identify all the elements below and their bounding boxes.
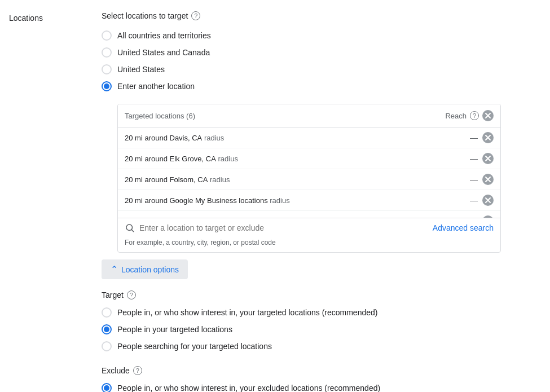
table-row: 20 mi around Roseville, CA radius — xyxy=(118,211,500,218)
target-radio-searching-label: People searching for your targeted locat… xyxy=(117,342,272,351)
table-row: 20 mi around Elk Grove, CA radius — xyxy=(118,148,500,169)
target-radio-group: People in, or who show interest in, your… xyxy=(102,304,550,355)
target-radio-in-location-label: People in your targeted locations xyxy=(117,325,232,334)
target-label: Target ? xyxy=(102,290,550,299)
reach-dash: — xyxy=(470,175,478,184)
target-radio-in-location-button[interactable] xyxy=(102,324,112,334)
reach-dash: — xyxy=(470,196,478,205)
target-radio-interest-button[interactable] xyxy=(102,307,112,318)
targeted-locations-box: Targeted locations (6) Reach ? xyxy=(117,104,501,253)
reach-help-icon[interactable]: ? xyxy=(470,111,479,120)
target-help-icon[interactable]: ? xyxy=(127,290,136,299)
radio-us-button[interactable] xyxy=(102,64,112,74)
radio-all-countries-button[interactable] xyxy=(102,30,112,41)
location-name: 20 mi around Davis, CA radius xyxy=(125,134,224,142)
location-name: 20 mi around Roseville, CA radius xyxy=(125,217,236,218)
radio-us-label: United States xyxy=(117,65,165,74)
exclude-radio-interest-label: People in, or who show interest in, your… xyxy=(117,384,380,392)
radio-us-canada-button[interactable] xyxy=(102,47,112,58)
exclude-section: Exclude ? People in, or who show interes… xyxy=(102,366,550,392)
search-icon xyxy=(125,223,135,233)
clear-all-button[interactable] xyxy=(482,110,494,121)
reach-label: Reach xyxy=(445,112,467,120)
target-section: Target ? People in, or who show interest… xyxy=(102,290,550,355)
location-name: 20 mi around Elk Grove, CA radius xyxy=(125,155,238,163)
exclude-radio-group: People in, or who show interest in, your… xyxy=(102,380,550,392)
target-radio-in-location[interactable]: People in your targeted locations xyxy=(102,321,550,338)
remove-location-button[interactable] xyxy=(482,215,494,218)
location-search-input[interactable] xyxy=(139,223,428,232)
reach-dash: — xyxy=(470,154,478,163)
select-locations-label: Select locations to target xyxy=(102,11,188,20)
location-search-bar: Advanced search xyxy=(118,218,500,237)
section-label: Locations xyxy=(0,9,102,392)
target-radio-interest-label: People in, or who show interest in, your… xyxy=(117,308,377,317)
advanced-search-link[interactable]: Advanced search xyxy=(433,223,494,232)
radio-us-canada-label: United States and Canada xyxy=(117,48,210,57)
location-options-button[interactable]: ⌃ Location options xyxy=(102,259,188,279)
location-row-actions: — xyxy=(470,174,494,185)
svg-line-19 xyxy=(131,230,133,231)
exclude-radio-interest-button[interactable] xyxy=(102,383,112,392)
target-radio-interest[interactable]: People in, or who show interest in, your… xyxy=(102,304,550,321)
table-row: 20 mi around Folsom, CA radius — xyxy=(118,169,500,190)
locations-header: Targeted locations (6) Reach ? xyxy=(118,104,500,127)
remove-location-button[interactable] xyxy=(482,195,494,206)
locations-list: 20 mi around Davis, CA radius — xyxy=(118,127,500,218)
radio-all-countries[interactable]: All countries and territories xyxy=(102,27,550,44)
exclude-label: Exclude ? xyxy=(102,366,550,375)
radio-other-location-label: Enter another location xyxy=(117,82,195,91)
exclude-radio-interest[interactable]: People in, or who show interest in, your… xyxy=(102,380,550,392)
target-radio-searching-button[interactable] xyxy=(102,341,112,351)
radio-us[interactable]: United States xyxy=(102,61,550,78)
radio-other-location-button[interactable] xyxy=(102,81,112,91)
table-row: 20 mi around Davis, CA radius — xyxy=(118,127,500,148)
reach-header: Reach ? xyxy=(445,110,494,121)
reach-dash: — xyxy=(470,133,478,142)
location-options-label: Location options xyxy=(121,265,179,274)
location-row-actions: — xyxy=(470,215,494,218)
radio-other-location[interactable]: Enter another location xyxy=(102,78,550,95)
location-type-radio-group: All countries and territories United Sta… xyxy=(102,27,550,95)
radio-us-canada[interactable]: United States and Canada xyxy=(102,44,550,61)
location-row-actions: — xyxy=(470,153,494,164)
select-locations-help-icon[interactable]: ? xyxy=(191,11,200,20)
location-row-actions: — xyxy=(470,195,494,206)
svg-point-15 xyxy=(482,215,494,218)
chevron-up-icon: ⌃ xyxy=(111,264,118,275)
location-row-actions: — xyxy=(470,132,494,143)
exclude-help-icon[interactable]: ? xyxy=(133,366,142,375)
remove-location-button[interactable] xyxy=(482,132,494,143)
remove-location-button[interactable] xyxy=(482,174,494,185)
radio-all-countries-label: All countries and territories xyxy=(117,31,211,40)
remove-location-button[interactable] xyxy=(482,153,494,164)
location-name: 20 mi around Google My Business location… xyxy=(125,196,290,205)
target-radio-searching[interactable]: People searching for your targeted locat… xyxy=(102,338,550,355)
table-row: 20 mi around Google My Business location… xyxy=(118,190,500,211)
search-hint: For example, a country, city, region, or… xyxy=(118,237,500,252)
location-name: 20 mi around Folsom, CA radius xyxy=(125,175,230,184)
targeted-locations-count: Targeted locations (6) xyxy=(125,112,195,120)
reach-dash: — xyxy=(470,217,478,218)
